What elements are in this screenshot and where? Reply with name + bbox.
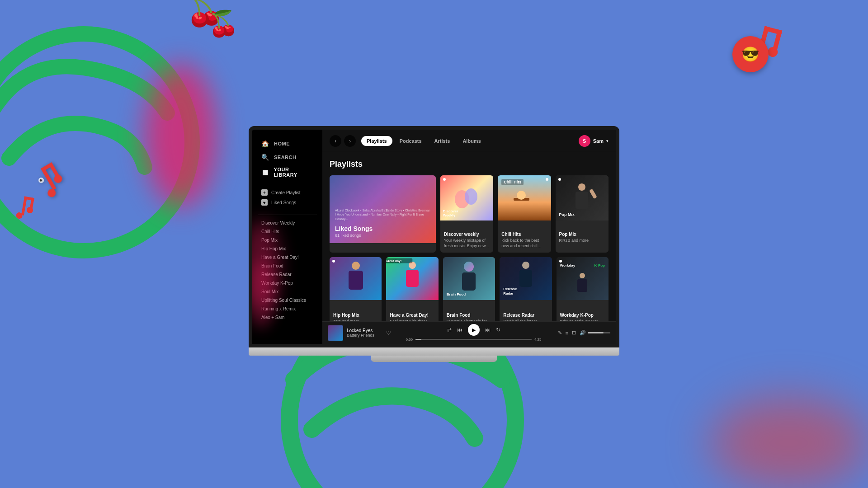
tab-podcasts[interactable]: Podcasts (394, 136, 427, 146)
time-current: 0:00 (406, 338, 413, 342)
chevron-down-icon: ▾ (606, 139, 609, 143)
discover-weekly-info: Discover weekly Your weekly mixtape of f… (440, 228, 493, 252)
workday-kpop-info: Workday K-Pop Why so serious? Get throug… (557, 309, 609, 321)
back-button[interactable]: ‹ (330, 135, 341, 147)
queue-button[interactable]: ≡ (566, 330, 568, 336)
brain-food-card[interactable]: Brain Food Brain Food Hypnotic electroni… (443, 257, 495, 321)
time-total: 4:25 (534, 338, 542, 342)
svg-rect-13 (767, 46, 779, 58)
pop-mix-image: Pop Mix (556, 175, 609, 228)
discover-weekly-title: Discover weekly (444, 232, 490, 237)
avatar: S (579, 135, 590, 147)
next-button[interactable]: ⏭ (485, 327, 491, 333)
track-name: Locked Eyes (347, 328, 382, 333)
play-pause-button[interactable]: ▶ (468, 324, 480, 336)
search-icon: 🔍 (261, 153, 269, 161)
svg-rect-3 (41, 167, 56, 190)
pm-label: Pop Mix (559, 212, 575, 217)
chill-hits-card[interactable]: Chill Hits (498, 175, 551, 253)
workday-kpop-card[interactable]: Workday K-Pop (557, 257, 609, 321)
workday-kpop-title: Workday K-Pop (560, 313, 605, 318)
sidebar-playlist-list: Discover Weekly Chill Hits Pop Mix Hip H… (252, 219, 322, 337)
green-swirl-left (0, 23, 203, 262)
home-label: Home (274, 141, 290, 146)
user-name: Sam (593, 138, 604, 144)
heart-icon: ♥ (261, 199, 268, 206)
dw-dot (443, 178, 446, 181)
wk-dot (559, 260, 562, 263)
tab-artists[interactable]: Artists (429, 136, 456, 146)
tab-albums[interactable]: Albums (457, 136, 486, 146)
liked-songs-card[interactable]: Akurei Clockwork • Saba Abraha Ea$tside … (330, 175, 436, 253)
pm-dot (558, 178, 561, 181)
sidebar-playlist-soul[interactable]: Soul Mix (258, 287, 317, 296)
liked-songs-image: Akurei Clockwork • Saba Abraha Ea$tside … (330, 175, 436, 243)
progress-track[interactable] (415, 339, 532, 340)
sidebar-playlist-hiphop[interactable]: Hip Hop Mix (258, 244, 317, 253)
music-note-small-left (11, 192, 38, 227)
sidebar-playlist-chill[interactable]: Chill Hits (258, 227, 317, 236)
great-day-card[interactable]: Have a Great Day! Have a Great Day! Feel… (386, 257, 438, 321)
brain-food-title: Brain Food (447, 313, 491, 318)
like-button[interactable]: ♡ (386, 330, 391, 336)
great-day-title: Have a Great Day! (390, 313, 434, 318)
dw-label: DiscoverWeekly (443, 209, 458, 218)
discover-weekly-image: DiscoverWeekly (440, 175, 493, 228)
forward-button[interactable]: › (344, 135, 356, 147)
wk-text-kpop: K-Pop (594, 263, 605, 267)
volume-track[interactable] (588, 332, 610, 333)
wk-labels: Workday K-Pop (560, 263, 605, 267)
discover-weekly-desc: Your weekly mixtape of fresh music. Enjo… (444, 238, 490, 249)
release-radar-card[interactable]: ReleaseRadar Release Radar Catch all the… (500, 257, 552, 321)
music-note-top-right (741, 20, 792, 76)
volume-area: 🔊 (580, 330, 610, 336)
liked-songs-tracklist: Akurei Clockwork • Saba Abraha Ea$tside … (335, 208, 430, 221)
sidebar-playlist-brainfood[interactable]: Brain Food (258, 262, 317, 270)
progress-fill (415, 339, 421, 340)
track-artist: Battery Friends (347, 333, 382, 338)
pop-mix-card[interactable]: Pop Mix Pop Mix P.R2B and more (556, 175, 609, 253)
repeat-button[interactable]: ↻ (496, 327, 500, 333)
liked-songs-btn[interactable]: ♥ Liked Songs (258, 197, 317, 207)
gd-label: Have a Great Day! (386, 258, 412, 263)
sidebar-playlist-pop[interactable]: Pop Mix (258, 236, 317, 244)
progress-bar-area: 0:00 4:25 (406, 338, 542, 342)
discover-weekly-card[interactable]: DiscoverWeekly Discover weekly Your week… (440, 175, 493, 253)
workday-kpop-image: Workday K-Pop (557, 257, 609, 309)
pop-mix-title: Pop Mix (559, 232, 605, 237)
pop-mix-desc: P.R2B and more (559, 238, 605, 244)
sidebar-item-library[interactable]: ▦ Your Library (258, 164, 317, 180)
shuffle-button[interactable]: ⇄ (447, 327, 452, 333)
rr-label: ReleaseRadar (503, 287, 517, 296)
discover-weekly-visual: DiscoverWeekly (440, 175, 493, 221)
sidebar-playlist-releaseradar[interactable]: Release Radar (258, 270, 317, 279)
volume-icon[interactable]: 🔊 (580, 330, 586, 336)
plus-icon: + (261, 189, 268, 196)
sidebar-item-home[interactable]: 🏠 Home (258, 137, 317, 150)
sidebar-playlist-running[interactable]: Running x Remix (258, 305, 317, 313)
hh-dot (332, 260, 335, 263)
sidebar-playlist-alexsam[interactable]: Alex + Sam (258, 313, 317, 322)
release-radar-title: Release Radar (503, 313, 548, 318)
lyrics-button[interactable]: ✎ (558, 330, 562, 336)
devices-button[interactable]: ⊡ (572, 330, 576, 336)
chill-hits-image: Chill Hits (498, 175, 551, 228)
sidebar-playlist-workday[interactable]: Workday K-Pop (258, 279, 317, 287)
previous-button[interactable]: ⏮ (457, 327, 462, 333)
cherry-decoration: 🍒 (185, 0, 225, 28)
laptop-screen: 🏠 Home 🔍 Search ▦ Your Library + (249, 126, 619, 347)
page-title: Playlists (330, 160, 609, 169)
user-area[interactable]: S Sam ▾ (579, 135, 609, 147)
svg-point-20 (465, 188, 477, 205)
create-playlist-btn[interactable]: + Create Playlist (258, 188, 317, 197)
content-area: Playlists Akurei Clockwork • Saba Abraha… (322, 152, 616, 321)
hip-hop-mix-title: Hip Hop Mix (333, 313, 378, 318)
sidebar-playlist-uplifting[interactable]: Uplifting Soul Classics (258, 296, 317, 305)
sidebar-playlist-discover[interactable]: Discover Weekly (258, 219, 317, 227)
liked-songs-title: Liked Songs (335, 225, 430, 232)
laptop-stand (371, 356, 497, 362)
tab-playlists[interactable]: Playlists (361, 136, 392, 146)
sidebar-item-search[interactable]: 🔍 Search (258, 150, 317, 164)
hip-hop-mix-card[interactable]: Hip Hop Mix Teto and more (330, 257, 382, 321)
sidebar-playlist-greatday[interactable]: Have a Great Day! (258, 253, 317, 262)
